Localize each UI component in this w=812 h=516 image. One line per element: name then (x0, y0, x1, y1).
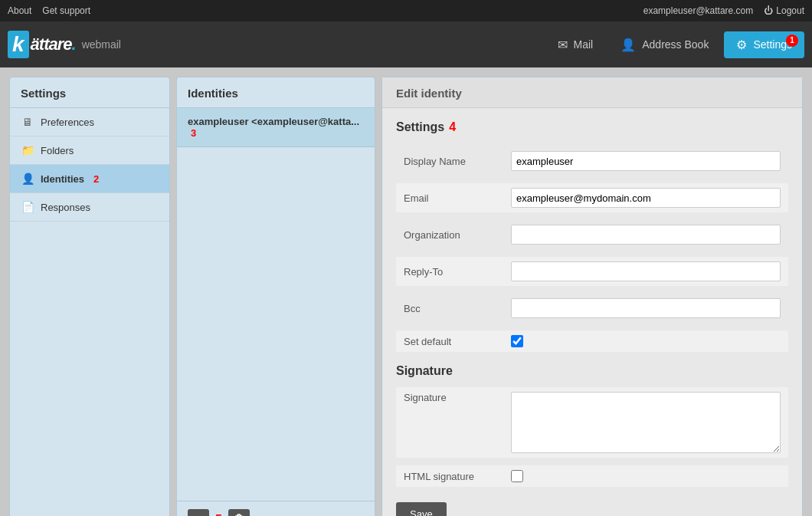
organization-label: Organization (404, 229, 511, 241)
nav-mail[interactable]: ✉ Mail (545, 31, 606, 58)
power-icon: ⏻ (764, 5, 773, 16)
topbar: About Get support exampleuser@kattare.co… (0, 0, 812, 21)
display-name-label: Display Name (404, 156, 511, 167)
nav-mail-label: Mail (574, 38, 594, 51)
bcc-label: Bcc (404, 303, 511, 314)
logout-label: Logout (776, 5, 804, 16)
document-icon: 📄 (21, 200, 34, 214)
set-default-row: Set default (396, 330, 788, 352)
edit-identity-panel: Edit identity Settings 4 Display Name Em… (381, 77, 803, 516)
reply-to-input[interactable] (511, 261, 781, 281)
nav-address-book-label: Address Book (642, 38, 709, 51)
email-row: Email (396, 183, 788, 212)
identities-spacer (177, 147, 375, 516)
sidebar-item-folders[interactable]: 📁 Folders (10, 136, 169, 165)
responses-label: Responses (41, 202, 90, 213)
signature-section-title: Signature (396, 364, 788, 378)
settings-panel-title: Settings (10, 77, 169, 108)
user-email: exampleuser@kattare.com (643, 5, 754, 16)
edit-settings-section-title: Settings 4 (396, 120, 788, 134)
edit-identity-content: Settings 4 Display Name Email Organizati… (382, 108, 802, 516)
delete-identity-button[interactable]: 🗑 (228, 509, 250, 516)
main-nav: ✉ Mail 👤 Address Book ⚙ Settings 1 (545, 31, 804, 58)
html-signature-checkbox[interactable] (511, 470, 523, 482)
bcc-row: Bcc (396, 294, 788, 323)
logo-name: ättare. (31, 35, 76, 54)
identities-footer: + 5 🗑 (177, 501, 375, 516)
logout-button[interactable]: ⏻ Logout (764, 5, 804, 16)
footer-badge: 5 (215, 513, 222, 516)
save-button[interactable]: Save (396, 502, 447, 516)
sidebar-item-responses[interactable]: 📄 Responses (10, 193, 169, 222)
mail-icon: ✉ (558, 38, 568, 52)
gear-icon: ⚙ (736, 38, 747, 52)
organization-input[interactable] (511, 225, 781, 245)
identities-panel-title: Identities (177, 77, 375, 108)
reply-to-row: Reply-To (396, 257, 788, 286)
person-icon: 👤 (620, 38, 636, 52)
trash-icon: 🗑 (233, 513, 245, 516)
header: k ättare. webmail ✉ Mail 👤 Address Book … (0, 21, 812, 67)
identities-panel: Identities exampleuser <exampleuser@katt… (176, 77, 375, 516)
plus-icon: + (195, 513, 201, 516)
bcc-input[interactable] (511, 298, 781, 318)
set-default-checkbox[interactable] (511, 335, 523, 347)
monitor-icon: 🖥 (21, 115, 34, 129)
topbar-right: exampleuser@kattare.com ⏻ Logout (643, 5, 804, 16)
html-signature-label: HTML signature (404, 471, 511, 482)
nav-address-book[interactable]: 👤 Address Book (608, 31, 721, 58)
main-content: Settings 🖥 Preferences 📁 Folders 👤 Ident… (0, 67, 812, 516)
settings-panel: Settings 🖥 Preferences 📁 Folders 👤 Ident… (9, 77, 170, 516)
sidebar-item-identities[interactable]: 👤 Identities 2 (10, 165, 169, 193)
identity-list-item[interactable]: exampleuser <exampleuser@katta... 3 (177, 108, 375, 147)
identities-badge: 2 (93, 173, 99, 185)
signature-row: Signature (396, 387, 788, 458)
signature-section: Signature Signature HTML signature (396, 364, 788, 487)
email-input[interactable] (511, 188, 781, 208)
logo[interactable]: k ättare. webmail (8, 31, 121, 58)
topbar-left: About Get support (8, 5, 90, 16)
display-name-row: Display Name (396, 146, 788, 176)
user-icon: 👤 (21, 172, 34, 186)
edit-identity-title: Edit identity (382, 77, 802, 108)
html-signature-row: HTML signature (396, 465, 788, 487)
preferences-label: Preferences (41, 117, 94, 128)
logo-dot: . (72, 35, 76, 54)
logo-letter: k (8, 31, 29, 58)
set-default-label: Set default (404, 336, 511, 347)
settings-section-badge: 4 (449, 120, 456, 134)
settings-section-text: Settings (396, 120, 444, 134)
add-identity-button[interactable]: + (188, 509, 209, 516)
folders-label: Folders (41, 145, 74, 156)
identity-badge: 3 (191, 127, 196, 139)
display-name-input[interactable] (511, 151, 781, 171)
identity-label: exampleuser <exampleuser@katta... (188, 116, 359, 127)
about-link[interactable]: About (8, 5, 31, 16)
logo-sub: webmail (82, 38, 121, 51)
reply-to-label: Reply-To (404, 266, 511, 278)
settings-badge: 1 (786, 35, 798, 47)
sidebar-item-preferences[interactable]: 🖥 Preferences (10, 108, 169, 136)
email-label: Email (404, 192, 511, 204)
identities-label: Identities (41, 173, 84, 185)
logo-name-text: ättare (31, 35, 72, 54)
get-support-link[interactable]: Get support (42, 5, 90, 16)
nav-settings[interactable]: ⚙ Settings 1 (724, 31, 804, 58)
signature-label: Signature (404, 392, 511, 403)
organization-row: Organization (396, 220, 788, 249)
folder-icon: 📁 (21, 143, 34, 157)
identities-title-text: Identities (188, 87, 238, 100)
signature-textarea[interactable] (511, 392, 781, 453)
